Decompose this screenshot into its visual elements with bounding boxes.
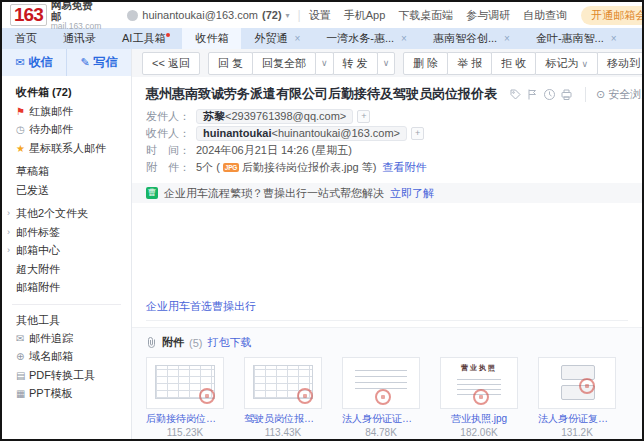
tab-ai-toolbox[interactable]: AI工具箱 <box>109 28 182 49</box>
mail-logo[interactable]: 163 网易免费邮 mail.163.com <box>10 0 101 31</box>
attachment-thumbnail <box>146 357 224 409</box>
forward-button[interactable]: 转 发 <box>333 52 378 75</box>
sidebar-item-todo[interactable]: ◷待办邮件 <box>2 120 131 139</box>
sidebar-item-flagged[interactable]: ⚑红旗邮件 <box>2 102 131 121</box>
receive-mail-button[interactable]: ✉ 收信 <box>2 49 66 76</box>
move-to-button[interactable]: 移动到∨ <box>597 52 642 75</box>
download-all-link[interactable]: 打包下载 <box>207 335 251 350</box>
chevron-down-icon: ∨ <box>581 59 588 69</box>
flag-icon[interactable] <box>526 88 539 101</box>
header-links: 设置 手机App 下载桌面端 参与调研 自助查询 <box>309 8 568 23</box>
promo-learn-more-link[interactable]: 立即了解 <box>390 186 434 201</box>
settings-link[interactable]: 设置 <box>309 8 331 23</box>
attachment-name[interactable]: 法人身份证复印... <box>538 412 616 426</box>
tab-foreign-trade[interactable]: 外贸通× <box>241 28 313 49</box>
promo-text: 企业用车流程繁琐？曹操出行一站式帮您解决 <box>164 186 384 201</box>
attachment-name[interactable]: 法人身份证证明.j... <box>342 412 420 426</box>
tab-contacts[interactable]: 通讯录 <box>50 28 109 49</box>
unread-count: (72) <box>262 9 282 21</box>
sidebar-item-mail-labels[interactable]: ›邮件标签 <box>2 223 131 242</box>
mail-toolbar: << 返回 回 复 回复全部 ∨ 转 发 ∨ 删 除 举 报 拒 收 标记为∨ … <box>132 49 642 77</box>
shield-eye-icon: ⊙ <box>596 88 605 101</box>
desktop-download-link[interactable]: 下载桌面端 <box>398 8 453 23</box>
reply-all-button[interactable]: 回复全部 <box>252 52 316 75</box>
tab-bar: 首页 通讯录 AI工具箱 收件箱 外贸通× 一湾水务-惠...× 惠南智谷创..… <box>2 28 642 49</box>
business-license-title: 营业执照 <box>441 363 517 373</box>
view-attachments-link[interactable]: 查看附件 <box>382 160 426 175</box>
reply-button[interactable]: 回 复 <box>208 52 253 75</box>
close-icon[interactable]: × <box>611 34 617 44</box>
recipient-pill[interactable]: huinantoukai<huinantoukai@163.com> <box>196 126 407 141</box>
safe-browse-mode[interactable]: ⊙ 安全浏览模式 ▾ <box>585 87 642 102</box>
sidebar-item-mail-attachments[interactable]: 邮箱附件 <box>2 278 131 297</box>
compose-mail-button[interactable]: ✎ 写信 <box>66 49 131 76</box>
vip-upgrade-button[interactable]: 开通邮箱会员 618 <box>581 6 644 25</box>
tag-icon[interactable] <box>509 88 522 101</box>
sidebar-item-mail-tracking[interactable]: ✉邮件追踪 <box>2 329 131 348</box>
add-contact-button[interactable]: + <box>357 110 370 123</box>
attachment-card[interactable]: 驾驶员岗位报价... 113.43K <box>244 357 322 438</box>
attachment-first-file: 后勤接待岗位报价表.jpg 等) <box>242 160 376 175</box>
tab-mail-4[interactable]: 广东泉泰 <box>630 28 642 49</box>
tab-mail-3[interactable]: 金叶-惠南智...× <box>523 28 630 49</box>
red-seal <box>473 389 489 405</box>
sidebar-item-drafts[interactable]: 草稿箱 <box>2 162 131 181</box>
schedule-icon[interactable] <box>543 88 556 101</box>
attachments-section: 附件 (5) 打包下载 后勤接待岗位报... 115.23K <box>132 327 642 439</box>
mobile-app-link[interactable]: 手机App <box>344 8 386 23</box>
reject-button[interactable]: 拒 收 <box>491 52 536 75</box>
paperclip-icon <box>146 336 157 350</box>
attachment-name[interactable]: 营业执照.jpg <box>440 412 518 426</box>
sidebar-item-big-attachments[interactable]: 超大附件 <box>2 260 131 279</box>
tab-inbox[interactable]: 收件箱 <box>182 28 241 49</box>
sidebar-item-domain-mail[interactable]: ⊕域名邮箱 <box>2 347 131 366</box>
sender-pill[interactable]: 苏黎<2939761398@qq.com> <box>196 109 353 124</box>
attachment-thumbnail <box>538 357 616 409</box>
red-seal <box>579 378 595 394</box>
text-document-preview <box>355 367 407 389</box>
report-button[interactable]: 举 报 <box>447 52 492 75</box>
tab-home[interactable]: 首页 <box>2 28 50 49</box>
tab-mail-2[interactable]: 惠南智谷创...× <box>420 28 523 49</box>
attachments-count: (5) <box>189 337 202 349</box>
other-tools-title: 其他工具 <box>2 311 131 329</box>
survey-link[interactable]: 参与调研 <box>466 8 510 23</box>
tab-mail-1[interactable]: 一湾水务-惠...× <box>313 28 420 49</box>
sidebar-item-inbox[interactable]: 收件箱 (72) <box>2 83 131 102</box>
mail-body: 企业用车首选曹操出行 <box>132 203 642 327</box>
sidebar-item-other-folders[interactable]: ›其他2个文件夹 <box>2 204 131 223</box>
add-contact-button[interactable]: + <box>411 127 424 140</box>
divider <box>12 304 121 305</box>
attachment-card[interactable]: 法人身份证复印... 131.2K <box>538 357 616 438</box>
sidebar-item-starred[interactable]: ★星标联系人邮件 <box>2 139 131 158</box>
attachment-card[interactable]: 营业执照 营业执照.jpg 182.06K <box>440 357 518 438</box>
sidebar-item-pdf-tools[interactable]: ▤PDF转换工具 <box>2 366 131 385</box>
account-menu[interactable]: huinantoukai@163.com (72) ▾ <box>127 9 289 21</box>
close-icon[interactable]: × <box>401 34 407 44</box>
chevron-right-icon: › <box>7 223 10 242</box>
from-label: 发件人： <box>146 109 196 124</box>
self-service-link[interactable]: 自助查询 <box>523 8 567 23</box>
sidebar-item-ppt-templates[interactable]: ▦PPT模板 <box>2 384 131 403</box>
delete-button[interactable]: 删 除 <box>403 52 448 75</box>
close-icon[interactable]: × <box>294 34 300 44</box>
to-label: 收件人： <box>146 126 196 141</box>
attachment-card[interactable]: 法人身份证证明.j... 84.78K <box>342 357 420 438</box>
forward-dropdown[interactable]: ∨ <box>377 52 396 75</box>
attachment-name[interactable]: 驾驶员岗位报价... <box>244 412 322 426</box>
attachment-name[interactable]: 后勤接待岗位报... <box>146 412 224 426</box>
inbox-icon: ✉ <box>15 56 24 69</box>
back-button[interactable]: << 返回 <box>142 52 200 75</box>
mail-time: 2024年06月21日 14:26 (星期五) <box>196 143 352 158</box>
mark-as-button[interactable]: 标记为∨ <box>535 52 598 75</box>
reply-all-dropdown[interactable]: ∨ <box>315 52 334 75</box>
sidebar-item-sent[interactable]: 已发送 <box>2 181 131 200</box>
print-icon[interactable] <box>560 88 573 101</box>
attachment-thumbnail: 营业执照 <box>440 357 518 409</box>
red-seal <box>199 388 215 404</box>
red-seal <box>375 389 391 405</box>
close-icon[interactable]: × <box>504 34 510 44</box>
body-promo-link[interactable]: 企业用车首选曹操出行 <box>146 300 256 312</box>
attachment-card[interactable]: 后勤接待岗位报... 115.23K <box>146 357 224 438</box>
sidebar-item-mail-center[interactable]: ›邮箱中心 <box>2 241 131 260</box>
